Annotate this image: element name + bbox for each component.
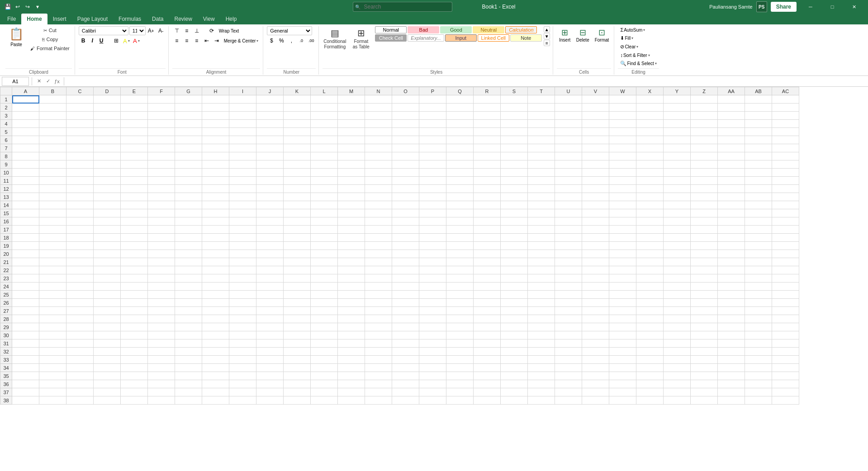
cell-R22[interactable] (474, 266, 501, 274)
cell-W18[interactable] (609, 234, 636, 242)
cell-AB2[interactable] (745, 104, 772, 112)
cell-S11[interactable] (501, 177, 528, 185)
cell-O24[interactable] (392, 283, 419, 291)
cell-U8[interactable] (555, 152, 582, 160)
cell-T18[interactable] (528, 234, 555, 242)
cell-B6[interactable] (39, 136, 66, 144)
style-explanatory[interactable]: Explanatory... (408, 34, 444, 42)
cell-P36[interactable] (419, 380, 446, 388)
cell-P32[interactable] (419, 348, 446, 356)
cell-B10[interactable] (39, 169, 66, 177)
cell-I8[interactable] (229, 152, 256, 160)
cell-L15[interactable] (311, 209, 338, 217)
cell-Y37[interactable] (664, 388, 691, 396)
col-header-G[interactable]: G (175, 87, 202, 95)
cell-G3[interactable] (175, 112, 202, 120)
cell-Y28[interactable] (664, 315, 691, 323)
cell-R7[interactable] (474, 144, 501, 152)
row-header-20[interactable]: 20 (0, 250, 12, 258)
cell-Y24[interactable] (664, 283, 691, 291)
cell-U33[interactable] (555, 356, 582, 364)
cell-A9[interactable] (12, 160, 39, 169)
cell-E10[interactable] (121, 169, 148, 177)
row-header-22[interactable]: 22 (0, 266, 12, 274)
cell-Q11[interactable] (446, 177, 474, 185)
cell-A3[interactable] (12, 112, 39, 120)
percent-button[interactable]: % (277, 36, 286, 45)
cell-Z10[interactable] (691, 169, 718, 177)
cell-C4[interactable] (66, 120, 94, 128)
cell-AC37[interactable] (772, 388, 799, 396)
cell-R25[interactable] (474, 291, 501, 299)
cell-T36[interactable] (528, 380, 555, 388)
cell-C23[interactable] (66, 274, 94, 283)
cell-O21[interactable] (392, 258, 419, 266)
cell-V14[interactable] (582, 201, 609, 209)
tab-view[interactable]: View (198, 14, 220, 24)
cell-O26[interactable] (392, 299, 419, 307)
cell-M25[interactable] (338, 291, 365, 299)
cell-J10[interactable] (256, 169, 284, 177)
cell-W36[interactable] (609, 380, 636, 388)
cell-U5[interactable] (555, 128, 582, 136)
cell-N35[interactable] (365, 372, 392, 380)
cell-S6[interactable] (501, 136, 528, 144)
cell-I29[interactable] (229, 323, 256, 331)
cell-T28[interactable] (528, 315, 555, 323)
cell-V20[interactable] (582, 250, 609, 258)
cell-Y11[interactable] (664, 177, 691, 185)
cell-X15[interactable] (636, 209, 664, 217)
col-header-AC[interactable]: AC (772, 87, 799, 95)
cell-B35[interactable] (39, 372, 66, 380)
orientation-button[interactable]: ⟳ (207, 26, 216, 35)
cell-M15[interactable] (338, 209, 365, 217)
cell-N23[interactable] (365, 274, 392, 283)
cell-D15[interactable] (94, 209, 121, 217)
cell-U16[interactable] (555, 217, 582, 226)
cell-J23[interactable] (256, 274, 284, 283)
cell-M31[interactable] (338, 339, 365, 348)
cell-L1[interactable] (311, 95, 338, 104)
cell-Y7[interactable] (664, 144, 691, 152)
cell-T30[interactable] (528, 331, 555, 339)
cell-N19[interactable] (365, 242, 392, 250)
cell-O22[interactable] (392, 266, 419, 274)
cell-P28[interactable] (419, 315, 446, 323)
col-header-AB[interactable]: AB (745, 87, 772, 95)
cell-H8[interactable] (202, 152, 229, 160)
cell-H27[interactable] (202, 307, 229, 315)
cell-Y6[interactable] (664, 136, 691, 144)
fill-button[interactable]: ⬇ Fill ▾ (618, 34, 659, 42)
cell-A16[interactable] (12, 217, 39, 226)
cell-G25[interactable] (175, 291, 202, 299)
cell-K25[interactable] (284, 291, 311, 299)
cell-C34[interactable] (66, 364, 94, 372)
cell-R14[interactable] (474, 201, 501, 209)
underline-button[interactable]: U (97, 36, 106, 45)
cell-Q5[interactable] (446, 128, 474, 136)
cell-T1[interactable] (528, 95, 555, 104)
cell-S13[interactable] (501, 193, 528, 201)
cell-AB21[interactable] (745, 258, 772, 266)
cell-D1[interactable] (94, 95, 121, 104)
cell-Z11[interactable] (691, 177, 718, 185)
cell-I1[interactable] (229, 95, 256, 104)
col-header-Y[interactable]: Y (664, 87, 691, 95)
cell-AA5[interactable] (718, 128, 745, 136)
cell-P4[interactable] (419, 120, 446, 128)
style-good[interactable]: Good (440, 26, 472, 33)
cell-I18[interactable] (229, 234, 256, 242)
cell-P24[interactable] (419, 283, 446, 291)
cell-D23[interactable] (94, 274, 121, 283)
cell-Q31[interactable] (446, 339, 474, 348)
cell-V5[interactable] (582, 128, 609, 136)
cell-G30[interactable] (175, 331, 202, 339)
cell-U10[interactable] (555, 169, 582, 177)
tab-page-layout[interactable]: Page Layout (72, 14, 113, 24)
cell-U22[interactable] (555, 266, 582, 274)
cell-AC38[interactable] (772, 396, 799, 405)
cell-N33[interactable] (365, 356, 392, 364)
cell-Q35[interactable] (446, 372, 474, 380)
cell-G1[interactable] (175, 95, 202, 104)
cell-G18[interactable] (175, 234, 202, 242)
